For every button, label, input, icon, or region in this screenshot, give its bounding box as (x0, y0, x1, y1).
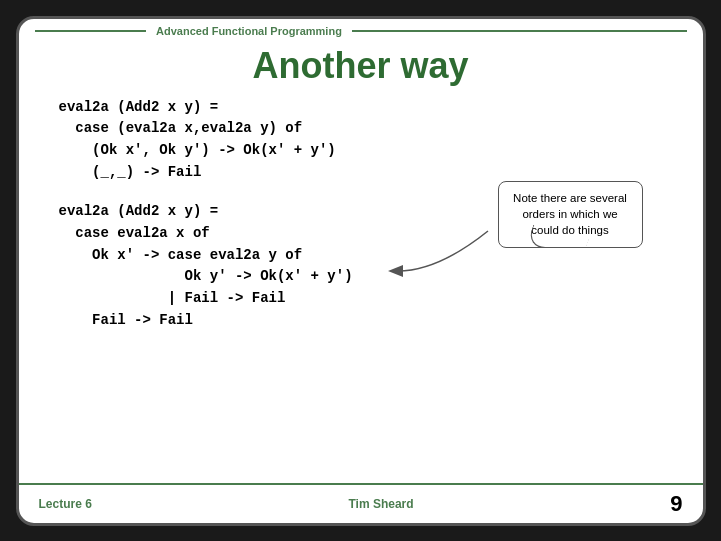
callout-box: Note there are several orders in which w… (498, 181, 643, 247)
footer: Lecture 6 Tim Sheard 9 (19, 483, 703, 523)
code-top: eval2a (Add2 x y) = case (eval2a x,eval2… (59, 97, 663, 184)
footer-lecture: Lecture 6 (39, 497, 92, 511)
callout-text: Note there are several orders in which w… (513, 192, 627, 236)
header-line-right (352, 30, 687, 32)
slide: Advanced Functional Programming Another … (16, 16, 706, 526)
slide-content: eval2a (Add2 x y) = case (eval2a x,eval2… (19, 97, 703, 483)
header-line-left (35, 30, 147, 32)
header-bar: Advanced Functional Programming (19, 19, 703, 43)
course-label: Advanced Functional Programming (146, 25, 352, 37)
footer-author: Tim Sheard (348, 497, 413, 511)
slide-title: Another way (19, 45, 703, 87)
footer-page: 9 (670, 491, 682, 517)
